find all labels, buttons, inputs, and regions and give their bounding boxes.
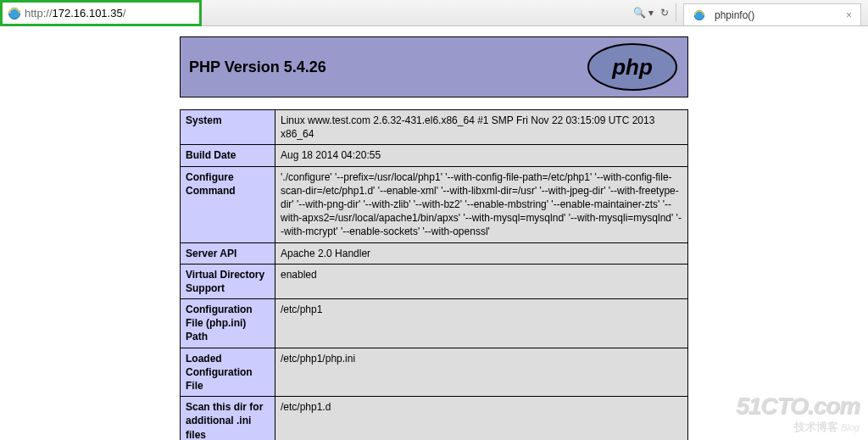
phpinfo-table: System Linux www.test.com 2.6.32-431.el6… xyxy=(180,109,688,440)
row-key: Configure Command xyxy=(181,166,275,242)
row-val: Aug 18 2014 04:20:55 xyxy=(275,145,688,166)
tab-favicon-ie-icon xyxy=(693,8,706,22)
row-key: Build Date xyxy=(181,145,275,166)
row-key: Configuration File (php.ini) Path xyxy=(181,299,275,348)
row-val: Apache 2.0 Handler xyxy=(275,242,688,264)
table-row: System Linux www.test.com 2.6.32-431.el6… xyxy=(181,110,688,145)
table-row: Server API Apache 2.0 Handler xyxy=(181,242,688,264)
row-key: Server API xyxy=(181,242,275,264)
row-val: Linux www.test.com 2.6.32-431.el6.x86_64… xyxy=(275,110,688,145)
row-val: enabled xyxy=(275,264,688,298)
tab-close-icon[interactable]: × xyxy=(846,9,852,21)
url-host: 172.16.101.35 xyxy=(53,7,123,19)
row-key: Virtual Directory Support xyxy=(181,264,275,298)
ie-icon xyxy=(8,7,21,20)
table-row: Configuration File (php.ini) Path /etc/p… xyxy=(181,299,688,348)
search-icon[interactable]: 🔍 ▾ xyxy=(633,7,654,19)
refresh-icon[interactable]: ↻ xyxy=(660,7,669,19)
row-val: './configure' '--prefix=/usr/local/php1'… xyxy=(275,166,688,242)
url-suffix: / xyxy=(123,7,126,19)
row-val: /etc/php1.d xyxy=(275,397,688,440)
tab-title: phpinfo() xyxy=(715,9,754,21)
browser-tab[interactable]: phpinfo() × xyxy=(683,3,861,25)
row-val: /etc/php1 xyxy=(275,299,688,348)
browser-toolbar: http://172.16.101.35/ 🔍 ▾ ↻ phpinfo() × xyxy=(0,0,868,26)
svg-text:php: php xyxy=(611,54,653,80)
row-key: Scan this dir for additional .ini files xyxy=(181,397,275,440)
address-bar[interactable]: http://172.16.101.35/ xyxy=(0,0,202,26)
table-row: Scan this dir for additional .ini files … xyxy=(181,397,688,440)
table-row: Virtual Directory Support enabled xyxy=(181,264,688,298)
url-prefix: http:// xyxy=(25,7,53,19)
table-row: Loaded Configuration File /etc/php1/php.… xyxy=(181,348,688,397)
phpinfo-header: PHP Version 5.4.26 php xyxy=(180,36,688,97)
row-key: Loaded Configuration File xyxy=(181,348,275,397)
table-row: Configure Command './configure' '--prefi… xyxy=(181,166,688,242)
php-version-title: PHP Version 5.4.26 xyxy=(189,58,326,76)
phpinfo-container: PHP Version 5.4.26 php System Linux www.… xyxy=(180,36,688,440)
toolbar-right: 🔍 ▾ ↻ phpinfo() × xyxy=(202,0,868,25)
url-text: http://172.16.101.35/ xyxy=(25,7,125,19)
table-row: Build Date Aug 18 2014 04:20:55 xyxy=(181,145,688,166)
page-content: PHP Version 5.4.26 php System Linux www.… xyxy=(0,26,868,440)
row-key: System xyxy=(181,110,275,145)
php-logo-icon: php xyxy=(586,42,679,92)
row-val: /etc/php1/php.ini xyxy=(275,348,688,397)
toolbar-divider xyxy=(676,3,676,22)
